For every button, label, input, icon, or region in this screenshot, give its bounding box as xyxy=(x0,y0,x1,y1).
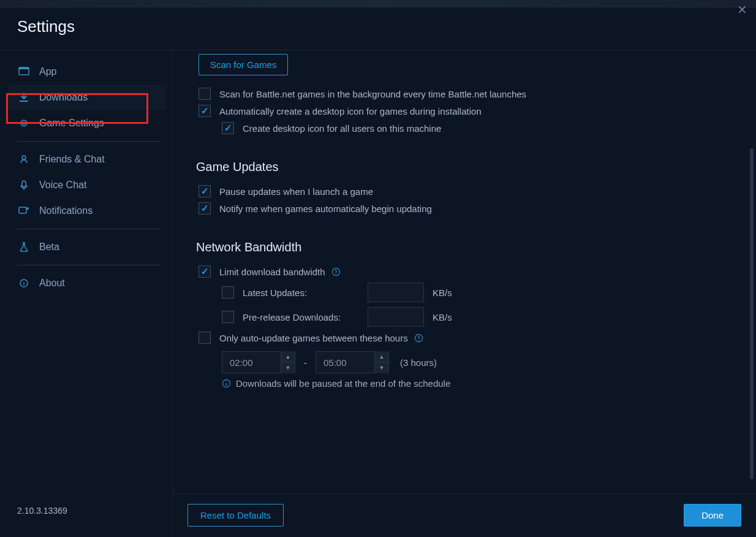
start-time-value: 02:00 xyxy=(222,357,281,368)
sidebar-item-label: Voice Chat xyxy=(39,180,86,191)
limit-bandwidth-checkbox[interactable] xyxy=(198,265,211,278)
latest-updates-checkbox[interactable] xyxy=(222,286,234,299)
app-icon xyxy=(17,66,31,77)
info-icon xyxy=(17,278,31,289)
info-icon xyxy=(222,379,231,388)
end-time-input[interactable]: 05:00 ▲ ▼ xyxy=(316,351,389,373)
game-updates-title: Game Updates xyxy=(196,160,733,174)
limit-bandwidth-label: Limit download bandwidth xyxy=(219,267,325,277)
mic-icon xyxy=(17,180,31,191)
svg-rect-5 xyxy=(22,181,26,187)
start-time-input[interactable]: 02:00 ▲ ▼ xyxy=(222,351,295,373)
sidebar-item-notifications[interactable]: Notifications xyxy=(9,198,166,224)
latest-updates-label: Latest Updates: xyxy=(243,288,368,298)
notification-icon xyxy=(17,205,31,216)
prerelease-input[interactable] xyxy=(368,307,424,327)
svg-point-4 xyxy=(22,156,26,159)
scrollbar[interactable] xyxy=(750,148,754,479)
page-title: Settings xyxy=(17,17,739,36)
sidebar-item-label: Friends & Chat xyxy=(39,154,105,165)
friends-icon xyxy=(17,154,31,165)
sidebar-item-game-settings[interactable]: Game Settings xyxy=(9,110,166,136)
spinner-down-icon[interactable]: ▼ xyxy=(375,362,388,373)
dash-separator: - xyxy=(304,357,307,368)
divider xyxy=(17,265,161,265)
close-icon[interactable]: ✕ xyxy=(737,2,747,17)
auto-desktop-icon-checkbox[interactable] xyxy=(198,105,211,117)
help-icon[interactable] xyxy=(414,333,423,343)
sidebar-item-app[interactable]: App xyxy=(9,59,166,85)
pause-updates-checkbox[interactable] xyxy=(198,185,211,197)
sidebar-item-label: About xyxy=(39,278,65,289)
auto-update-hours-checkbox[interactable] xyxy=(198,332,211,344)
prerelease-label: Pre-release Downloads: xyxy=(243,312,368,322)
unit-label: KB/s xyxy=(433,288,452,298)
sidebar-item-voice[interactable]: Voice Chat xyxy=(9,172,166,198)
pause-updates-label: Pause updates when I launch a game xyxy=(219,186,373,197)
sidebar: App Downloads Game Settings Friends & Ch… xyxy=(0,50,173,536)
all-users-label: Create desktop icon for all users on thi… xyxy=(243,123,441,134)
sidebar-item-beta[interactable]: Beta xyxy=(9,234,166,260)
prerelease-checkbox[interactable] xyxy=(222,311,234,323)
unit-label: KB/s xyxy=(433,312,452,322)
sidebar-item-label: App xyxy=(39,66,56,77)
duration-label: (3 hours) xyxy=(400,357,437,368)
scan-games-button[interactable]: Scan for Games xyxy=(198,54,288,75)
divider xyxy=(17,141,161,142)
beta-icon xyxy=(17,242,31,253)
bandwidth-title: Network Bandwidth xyxy=(196,240,733,254)
sidebar-item-label: Notifications xyxy=(39,205,93,216)
done-button[interactable]: Done xyxy=(684,504,741,527)
sidebar-item-label: Beta xyxy=(39,242,59,253)
notify-updates-label: Notify me when games automatically begin… xyxy=(219,204,432,214)
spinner-up-icon[interactable]: ▲ xyxy=(281,351,295,362)
svg-point-7 xyxy=(26,207,29,210)
download-icon xyxy=(17,92,31,103)
all-users-checkbox[interactable] xyxy=(222,122,234,134)
sidebar-item-downloads[interactable]: Downloads xyxy=(9,85,166,110)
sidebar-item-friends[interactable]: Friends & Chat xyxy=(9,147,166,172)
gear-icon xyxy=(17,118,31,129)
spinner-down-icon[interactable]: ▼ xyxy=(281,362,295,373)
sidebar-item-label: Game Settings xyxy=(39,118,104,129)
auto-desktop-icon-label: Automatically create a desktop icon for … xyxy=(219,106,482,116)
version-label: 2.10.3.13369 xyxy=(9,500,166,528)
divider xyxy=(17,229,161,229)
svg-rect-1 xyxy=(19,67,29,69)
sidebar-item-label: Downloads xyxy=(39,92,88,103)
end-time-value: 05:00 xyxy=(316,357,374,368)
notify-updates-checkbox[interactable] xyxy=(198,202,211,215)
svg-rect-6 xyxy=(19,207,26,213)
latest-updates-input[interactable] xyxy=(368,283,424,302)
svg-point-3 xyxy=(23,122,25,124)
scan-background-label: Scan for Battle.net games in the backgro… xyxy=(219,89,526,99)
svg-point-2 xyxy=(21,120,27,126)
schedule-info-label: Downloads will be paused at the end of t… xyxy=(236,378,450,389)
sidebar-item-about[interactable]: About xyxy=(9,270,166,296)
reset-defaults-button[interactable]: Reset to Defaults xyxy=(187,504,284,527)
spinner-up-icon[interactable]: ▲ xyxy=(375,351,388,362)
auto-update-hours-label: Only auto-update games between these hou… xyxy=(219,333,408,343)
help-icon[interactable] xyxy=(331,267,341,276)
scan-background-checkbox[interactable] xyxy=(198,88,211,100)
